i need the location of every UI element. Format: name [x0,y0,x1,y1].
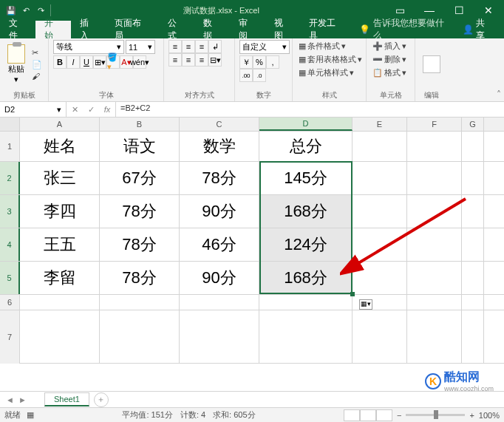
col-header-B[interactable]: B [100,118,180,131]
row-header-2[interactable]: 2 [0,162,20,194]
copy-button[interactable]: 📄 [30,59,44,70]
cell-B4[interactable]: 78分 [100,228,180,261]
cell-A5[interactable]: 李留 [20,262,100,294]
zoom-level[interactable]: 100% [479,411,500,420]
cond-format-button[interactable]: ▦ 条件格式▾ [297,40,361,52]
align-left[interactable]: ≡ [168,53,182,67]
insert-cells-button[interactable]: ➕ 插入▾ [371,40,410,52]
cell-E1[interactable] [353,132,407,161]
tab-insert[interactable]: 插入 [71,21,106,38]
view-pagebreak-button[interactable] [376,409,392,421]
cell-A2[interactable]: 张三 [20,162,100,194]
prev-sheet-icon[interactable]: ◄ [6,395,14,404]
inc-decimal[interactable]: .00 [239,69,253,82]
dec-decimal[interactable]: .0 [253,69,266,82]
paste-button[interactable]: 粘贴▾ [4,44,27,84]
zoom-slider[interactable] [406,414,465,416]
col-header-F[interactable]: F [407,118,462,131]
bold-button[interactable]: B [53,55,67,69]
tab-review[interactable]: 审阅 [230,21,265,38]
percent-button[interactable]: % [253,55,266,69]
format-painter-button[interactable]: 🖌 [30,71,44,81]
col-header-G[interactable]: G [462,118,484,131]
macro-record-icon[interactable]: ▦ [27,410,34,420]
tell-me[interactable]: 💡 告诉我您想要做什么 [359,21,452,38]
col-header-D[interactable]: D [259,118,353,131]
formula-input[interactable]: =B2+C2 [116,102,504,117]
tab-data[interactable]: 数据 [194,21,230,38]
underline-button[interactable]: U [80,55,93,69]
zoom-out-button[interactable]: − [397,411,401,420]
merge-button[interactable]: ⊟▾ [208,53,222,67]
cell-D1[interactable]: 总分 [259,132,353,161]
autofill-options-icon[interactable]: ▦▾ [359,299,372,310]
cell-B3[interactable]: 78分 [100,195,180,228]
delete-cells-button[interactable]: ➖ 删除▾ [371,53,410,66]
row-header-7[interactable]: 7 [0,310,20,364]
cell-D2[interactable]: 145分 [259,162,353,194]
row-header-4[interactable]: 4 [0,228,20,261]
view-normal-button[interactable] [344,409,360,421]
fx-icon[interactable]: fx [99,105,115,114]
cut-button[interactable]: ✂ [30,47,44,58]
col-header-C[interactable]: C [180,118,259,131]
cancel-formula-icon[interactable]: ✕ [67,105,83,115]
align-right[interactable]: ≡ [195,53,208,67]
align-center[interactable]: ≡ [182,53,195,67]
select-all-corner[interactable] [0,118,20,131]
cell-A3[interactable]: 李四 [20,195,100,228]
cell-C1[interactable]: 数学 [180,132,259,161]
cell-A4[interactable]: 王五 [20,228,100,261]
table-format-button[interactable]: ▦ 套用表格格式▾ [297,53,361,66]
cell-B2[interactable]: 67分 [100,162,180,194]
font-size-combo[interactable]: 11▾ [126,40,155,54]
row-header-3[interactable]: 3 [0,195,20,228]
comma-button[interactable]: , [266,55,279,69]
border-button[interactable]: ⊞▾ [93,55,106,69]
currency-button[interactable]: ￥ [239,55,253,69]
undo-icon[interactable]: ↶ [21,5,31,16]
cell-A1[interactable]: 姓名 [20,132,100,161]
cell-D3[interactable]: 168分 [259,195,353,228]
view-layout-button[interactable] [360,409,376,421]
cell-C4[interactable]: 46分 [180,228,259,261]
tab-file[interactable]: 文件 [0,21,35,38]
enter-formula-icon[interactable]: ✓ [83,105,99,115]
cell-C3[interactable]: 90分 [180,195,259,228]
format-cells-button[interactable]: 📋 格式▾ [371,67,410,79]
next-sheet-icon[interactable]: ► [18,395,27,404]
share-button[interactable]: 👤 共享 [452,21,504,38]
fill-handle[interactable] [350,292,355,296]
cell-C5[interactable]: 90分 [180,262,259,294]
row-header-6[interactable]: 6 [0,295,20,310]
tab-formulas[interactable]: 公式 [159,21,194,38]
fill-color-button[interactable]: 🪣▾ [106,55,120,69]
zoom-in-button[interactable]: + [469,411,474,420]
editing-icon[interactable] [423,55,440,73]
number-format-combo[interactable]: 自定义▾ [239,40,290,54]
cell-B5[interactable]: 78分 [100,262,180,294]
tab-home[interactable]: 开始 [35,21,71,38]
sheet-tab-1[interactable]: Sheet1 [44,392,89,406]
cell-D5[interactable]: 168分 [259,262,353,294]
align-top[interactable]: ≡ [168,40,182,53]
tab-devtools[interactable]: 开发工具 [300,21,353,38]
wrap-text[interactable]: ↲ [208,40,222,53]
align-middle[interactable]: ≡ [182,40,195,53]
align-bottom[interactable]: ≡ [195,40,208,53]
cell-style-button[interactable]: ▦ 单元格样式▾ [297,67,361,79]
row-header-1[interactable]: 1 [0,132,20,161]
col-header-A[interactable]: A [20,118,100,131]
add-sheet-button[interactable]: ＋ [94,392,109,407]
collapse-ribbon-icon[interactable]: ˄ [497,89,501,100]
cell-C2[interactable]: 78分 [180,162,259,194]
tab-layout[interactable]: 页面布局 [106,21,159,38]
tab-view[interactable]: 视图 [265,21,301,38]
row-header-5[interactable]: 5 [0,262,20,294]
col-header-E[interactable]: E [353,118,407,131]
redo-icon[interactable]: ↷ [35,5,46,16]
save-icon[interactable]: 💾 [6,5,16,16]
italic-button[interactable]: I [67,55,80,69]
cell-B1[interactable]: 语文 [100,132,180,161]
name-box[interactable]: D2▾ [0,102,67,117]
